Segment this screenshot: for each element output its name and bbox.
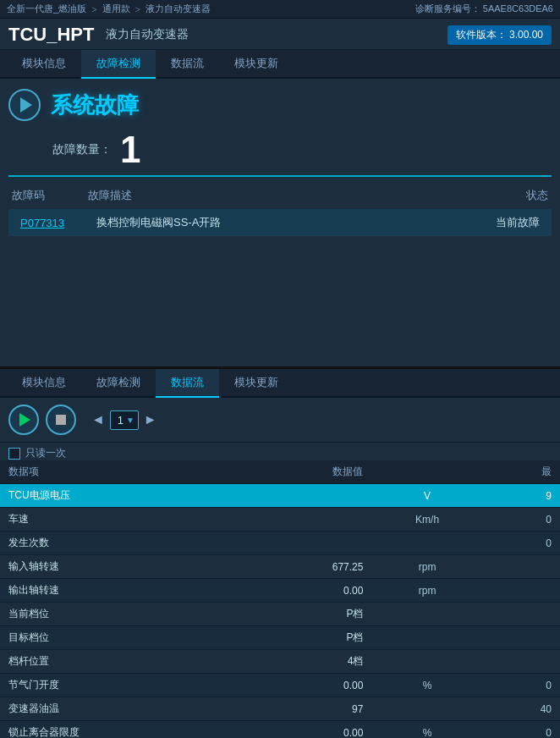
tab-module-update[interactable]: 模块更新 (219, 50, 294, 79)
bottom-section: 模块信息 故障检测 数据流 模块更新 ◄ 1 2 3 ▼ ► 只 (0, 369, 560, 738)
top-tabs-row: 模块信息 故障检测 数据流 模块更新 (0, 50, 560, 79)
data-item-name: 发生次数 (0, 531, 240, 555)
col-header-desc: 故障描述 (88, 188, 464, 203)
btab-fault-detect[interactable]: 故障检测 (81, 369, 156, 398)
data-item-name: TCU电源电压 (0, 484, 240, 508)
fault-count-label: 故障数量： (52, 142, 112, 157)
data-item-value (240, 531, 371, 555)
col-header-name: 数据项 (0, 460, 240, 484)
bottom-tabs-row: 模块信息 故障检测 数据流 模块更新 (0, 369, 560, 398)
tab-data-stream[interactable]: 数据流 (156, 50, 219, 79)
stream-play-button[interactable] (8, 405, 39, 435)
data-item-name: 档杆位置 (0, 650, 240, 674)
data-item-unit: V (371, 484, 482, 508)
data-item-extra: 0 (483, 721, 560, 739)
fault-section-header: 系统故障 (0, 79, 560, 128)
data-item-value: 0.00 (240, 579, 371, 603)
col-header-unit (371, 460, 482, 484)
data-item-value: 97 (240, 697, 371, 721)
page-next-button[interactable]: ► (144, 412, 157, 427)
data-item-extra (483, 603, 560, 626)
table-row[interactable]: 输出轴转速0.00rpm (0, 579, 560, 603)
software-badge: 软件版本： 3.00.00 (447, 25, 552, 45)
software-version: 3.00.00 (509, 29, 543, 41)
data-item-value: 4档 (240, 650, 371, 674)
diag-label: 诊断服务编号： (415, 3, 480, 14)
data-item-extra: 0 (483, 508, 560, 531)
top-section: 全新一代唐_燃油版 > 通用款 > 液力自动变速器 诊断服务编号： 5AAE8C… (0, 0, 560, 369)
fault-row[interactable]: P077313 换档控制电磁阀SS-A开路 当前故障 (8, 209, 552, 236)
table-row[interactable]: 目标档位P档 (0, 626, 560, 650)
fault-description: 换档控制电磁阀SS-A开路 (96, 215, 455, 230)
readonly-checkbox[interactable] (8, 448, 20, 460)
col-header-value: 数据值 (240, 460, 371, 484)
table-row[interactable]: 当前档位P档 (0, 603, 560, 626)
table-row[interactable]: 锁止离合器限度0.00%0 (0, 721, 560, 739)
breadcrumb-sep2: > (135, 4, 140, 14)
fault-table-header: 故障码 故障描述 状态 (0, 184, 560, 207)
data-item-unit (371, 603, 482, 626)
data-item-extra: 9 (483, 484, 560, 508)
breadcrumb: 全新一代唐_燃油版 > 通用款 > 液力自动变速器 诊断服务编号： 5AAE8C… (0, 0, 560, 19)
col-header-code: 故障码 (12, 188, 88, 203)
table-row[interactable]: 变速器油温9740 (0, 697, 560, 721)
data-item-value: P档 (240, 603, 371, 626)
page-prev-button[interactable]: ◄ (91, 412, 105, 427)
header-row: TCU_HPT 液力自动变速器 软件版本： 3.00.00 (0, 19, 560, 50)
data-item-name: 锁止离合器限度 (0, 721, 240, 739)
btab-module-info[interactable]: 模块信息 (7, 369, 81, 398)
btab-data-stream[interactable]: 数据流 (156, 369, 219, 398)
data-item-unit: rpm (371, 579, 482, 603)
data-item-extra (483, 579, 560, 603)
breadcrumb-sep1: > (91, 4, 96, 14)
fault-count-row: 故障数量： 1 (0, 128, 560, 175)
data-table-container: 数据项 数据值 最 TCU电源电压V9车速Km/h0发生次数0输入轴转速677.… (0, 460, 560, 738)
data-item-name: 节气门开度 (0, 674, 240, 697)
data-item-extra: 0 (483, 674, 560, 697)
table-row[interactable]: 输入轴转速677.25rpm (0, 555, 560, 579)
data-item-unit (371, 697, 482, 721)
data-item-name: 目标档位 (0, 626, 240, 650)
breadcrumb-part1: 全新一代唐_燃油版 (7, 3, 86, 15)
data-item-value (240, 508, 371, 531)
table-row[interactable]: 发生次数0 (0, 531, 560, 555)
data-item-unit: % (371, 721, 482, 739)
fault-title: 系统故障 (51, 91, 139, 120)
data-item-name: 车速 (0, 508, 240, 531)
table-header-row: 数据项 数据值 最 (0, 460, 560, 484)
tab-fault-detect[interactable]: 故障检测 (81, 50, 156, 79)
divider-line (8, 175, 552, 177)
table-row[interactable]: 车速Km/h0 (0, 508, 560, 531)
table-row[interactable]: 档杆位置4档 (0, 650, 560, 674)
breadcrumb-part2: 通用款 (102, 3, 130, 15)
page-nav: ◄ 1 2 3 ▼ ► (91, 410, 157, 430)
data-item-name: 当前档位 (0, 603, 240, 626)
data-item-extra: 40 (483, 697, 560, 721)
table-row[interactable]: TCU电源电压V9 (0, 484, 560, 508)
readonly-checkbox-row: 只读一次 (0, 443, 560, 460)
btab-module-update[interactable]: 模块更新 (219, 369, 294, 398)
play-button-top[interactable] (8, 89, 41, 121)
data-item-name: 输入轴转速 (0, 555, 240, 579)
stream-play-icon (19, 413, 30, 427)
diag-service: 诊断服务编号： 5AAE8C63DEA6 (415, 3, 553, 15)
data-item-value (240, 484, 371, 508)
data-item-extra: 0 (483, 531, 560, 555)
data-item-unit: rpm (371, 555, 482, 579)
data-item-value: P档 (240, 626, 371, 650)
fault-status: 当前故障 (455, 215, 540, 230)
data-item-extra (483, 650, 560, 674)
data-item-unit: Km/h (371, 508, 482, 531)
col-header-status: 状态 (464, 188, 548, 203)
table-row[interactable]: 节气门开度0.00%0 (0, 674, 560, 697)
data-item-extra (483, 555, 560, 579)
data-item-name: 输出轴转速 (0, 579, 240, 603)
page-select[interactable]: 1 2 3 (110, 410, 139, 430)
tab-module-info[interactable]: 模块信息 (7, 50, 81, 79)
stream-stop-button[interactable] (46, 405, 76, 435)
fault-code[interactable]: P077313 (20, 217, 96, 229)
data-item-unit (371, 650, 482, 674)
data-item-unit (371, 531, 482, 555)
data-item-name: 变速器油温 (0, 697, 240, 721)
breadcrumb-left: 全新一代唐_燃油版 > 通用款 > 液力自动变速器 (7, 3, 211, 15)
